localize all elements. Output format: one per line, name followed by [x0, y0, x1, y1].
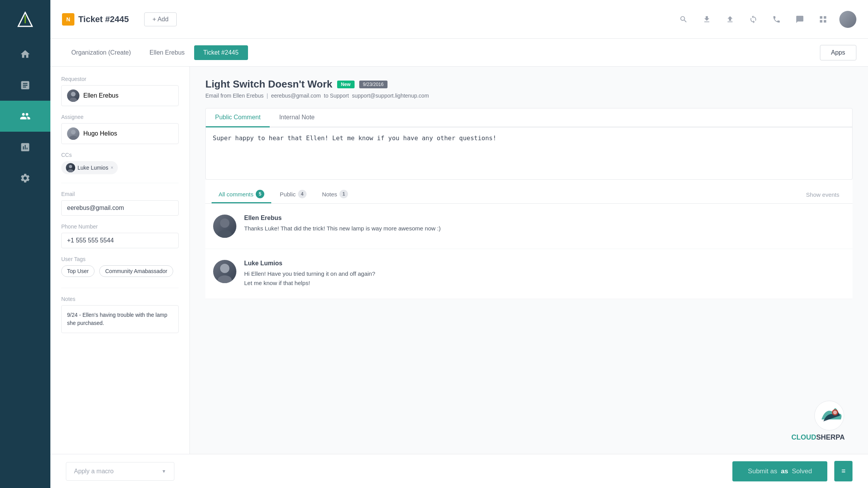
- sidebar-item-settings[interactable]: [0, 163, 50, 194]
- breadcrumb-tab-ticket[interactable]: Ticket #2445: [194, 45, 248, 60]
- bottom-bar: Apply a macro ▼ Submit as as Solved ≡: [50, 454, 868, 488]
- macro-dropdown-arrow: ▼: [162, 469, 166, 474]
- breadcrumb-tab-user[interactable]: Ellen Erebus: [140, 45, 194, 60]
- sidebar-item-users[interactable]: [0, 101, 50, 132]
- apply-macro-label: Apply a macro: [74, 468, 114, 475]
- main-content: Requestor Ellen Erebus Assignee Hugo Hel…: [50, 67, 868, 488]
- ccs-field: Luke Lumios ×: [61, 161, 179, 180]
- submit-action: Solved: [792, 467, 812, 475]
- grid-icon[interactable]: [816, 12, 830, 26]
- cc-avatar: [66, 163, 75, 172]
- svg-point-4: [71, 130, 76, 134]
- filter-tab-public[interactable]: Public 4: [273, 186, 313, 203]
- comment-text-ellen: Thanks Luke! That did the trick! This ne…: [244, 224, 845, 233]
- comment-item: Ellen Erebus Thanks Luke! That did the t…: [205, 204, 852, 249]
- topbar-ticket-title: Ticket #2445: [78, 14, 129, 24]
- svg-point-14: [833, 411, 837, 414]
- search-icon[interactable]: [677, 12, 691, 26]
- ticket-meta: Email from Ellen Erebus | eerebus@gmail.…: [205, 93, 852, 99]
- email-input[interactable]: [61, 200, 179, 216]
- requestor-avatar: [67, 89, 79, 102]
- show-events-button[interactable]: Show events: [799, 187, 846, 202]
- submit-menu-button[interactable]: ≡: [834, 461, 852, 481]
- tab-public-comment[interactable]: Public Comment: [206, 108, 270, 127]
- comment-tabs: Public Comment Internal Note: [206, 108, 852, 127]
- sidebar-navigation: [0, 39, 50, 194]
- cloudsherpa-text-container: CLOUD SHERPA: [791, 433, 845, 442]
- breadcrumb-tab-org[interactable]: Organization (Create): [62, 45, 140, 60]
- ticket-meta-to-email: support@support.lightenup.com: [352, 93, 429, 99]
- svg-point-7: [67, 169, 74, 172]
- ccs-label: CCs: [61, 152, 179, 158]
- comment-box: Public Comment Internal Note Super happy…: [205, 108, 852, 180]
- filter-tab-all[interactable]: All comments 5: [212, 186, 271, 203]
- user-avatar[interactable]: [839, 11, 856, 28]
- svg-point-2: [71, 92, 76, 96]
- submit-label: Submit as: [748, 467, 777, 475]
- ticket-title: Light Switch Doesn't Work: [205, 78, 332, 90]
- cc-name: Luke Lumios: [78, 165, 108, 171]
- add-button[interactable]: + Add: [144, 12, 176, 26]
- cloudsherpa-text-cloud: CLOUD: [791, 433, 816, 442]
- phone-icon[interactable]: [770, 12, 784, 26]
- comment-body-luke: Luke Lumios Hi Ellen! Have you tried tur…: [244, 260, 845, 288]
- filter-tab-notes[interactable]: Notes 1: [315, 186, 355, 203]
- comment-item-luke: Luke Lumios Hi Ellen! Have you tried tur…: [205, 249, 852, 299]
- svg-point-9: [218, 230, 232, 238]
- comment-textarea[interactable]: Super happy to hear that Ellen! Let me k…: [206, 127, 852, 178]
- filter-public-label: Public: [280, 191, 296, 198]
- filter-public-count: 4: [298, 190, 307, 198]
- sidebar-item-tickets[interactable]: [0, 70, 50, 101]
- comments-list: Ellen Erebus Thanks Luke! That did the t…: [205, 204, 852, 299]
- topbar: N Ticket #2445 + Add: [50, 0, 868, 39]
- assignee-field[interactable]: Hugo Helios: [61, 123, 179, 144]
- ticket-header: Light Switch Doesn't Work New 9/23/2016 …: [205, 78, 852, 99]
- chat-icon[interactable]: [793, 12, 807, 26]
- comment-author-ellen: Ellen Erebus: [244, 215, 845, 222]
- ticket-meta-prefix: Email from Ellen Erebus: [205, 93, 264, 99]
- sidebar-logo[interactable]: [14, 8, 37, 31]
- download-icon[interactable]: [700, 12, 714, 26]
- comment-avatar-ellen: [213, 215, 236, 238]
- svg-point-11: [218, 275, 232, 283]
- svg-point-8: [220, 218, 229, 228]
- email-label: Email: [61, 191, 179, 197]
- user-tags-label: User Tags: [61, 256, 179, 262]
- breadcrumb-bar: Organization (Create) Ellen Erebus Ticke…: [50, 39, 868, 67]
- cloudsherpa-text-sherpa: SHERPA: [816, 433, 845, 442]
- filter-tabs: All comments 5 Public 4 Notes 1 Show eve…: [205, 180, 852, 204]
- left-panel: Requestor Ellen Erebus Assignee Hugo Hel…: [50, 67, 190, 488]
- filter-all-label: All comments: [219, 191, 253, 198]
- filter-all-count: 5: [256, 190, 264, 198]
- phone-input[interactable]: [61, 233, 179, 248]
- badge-date: 9/23/2016: [359, 81, 388, 88]
- badge-new: New: [337, 81, 355, 88]
- filter-notes-count: 1: [339, 190, 348, 198]
- assignee-name: Hugo Helios: [83, 130, 117, 137]
- svg-point-6: [69, 165, 72, 168]
- comment-text-luke-2: Let me know if that helps!: [244, 278, 845, 288]
- refresh-icon[interactable]: [746, 12, 760, 26]
- comment-author-luke: Luke Lumios: [244, 260, 845, 267]
- apply-macro-select[interactable]: Apply a macro ▼: [66, 462, 174, 481]
- submit-solved-button[interactable]: Submit as as Solved: [732, 461, 827, 481]
- tab-internal-note[interactable]: Internal Note: [270, 108, 324, 127]
- requestor-name: Ellen Erebus: [83, 92, 119, 99]
- upload-icon[interactable]: [723, 12, 737, 26]
- cc-tag[interactable]: Luke Lumios ×: [61, 161, 118, 174]
- comment-text-luke-1: Hi Ellen! Have you tried turning it on a…: [244, 269, 845, 278]
- filter-notes-label: Notes: [322, 191, 337, 198]
- assignee-avatar: [67, 127, 79, 140]
- assignee-label: Assignee: [61, 114, 179, 120]
- cc-remove-icon[interactable]: ×: [110, 165, 113, 170]
- tag-community[interactable]: Community Amabassador: [99, 265, 173, 277]
- requestor-field[interactable]: Ellen Erebus: [61, 85, 179, 106]
- comment-avatar-luke: [213, 260, 236, 283]
- tag-top-user[interactable]: Top User: [61, 265, 95, 277]
- sidebar-item-reports[interactable]: [0, 132, 50, 163]
- ticket-meta-from: eerebus@gmail.com: [271, 93, 321, 99]
- ticket-panel: Light Switch Doesn't Work New 9/23/2016 …: [190, 67, 868, 488]
- sidebar-item-home[interactable]: [0, 39, 50, 70]
- apps-button[interactable]: Apps: [820, 45, 856, 60]
- cloudsherpa-branding: CLOUD SHERPA: [791, 400, 845, 442]
